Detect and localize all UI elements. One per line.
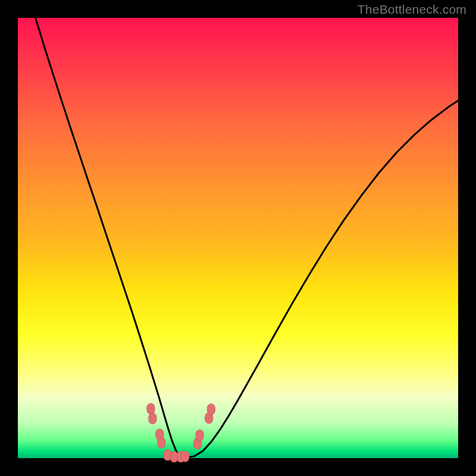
bottleneck-curve xyxy=(36,18,458,458)
curve-marker xyxy=(196,430,203,441)
chart-frame: TheBottleneck.com xyxy=(0,0,476,476)
curve-layer xyxy=(36,18,458,458)
watermark-text: TheBottleneck.com xyxy=(358,2,466,17)
curve-marker xyxy=(181,451,189,462)
curve-marker xyxy=(207,404,215,415)
curve-marker xyxy=(147,403,155,414)
marker-layer xyxy=(147,403,215,462)
curve-marker xyxy=(158,437,165,448)
curve-marker xyxy=(149,413,156,424)
chart-svg xyxy=(0,0,476,476)
